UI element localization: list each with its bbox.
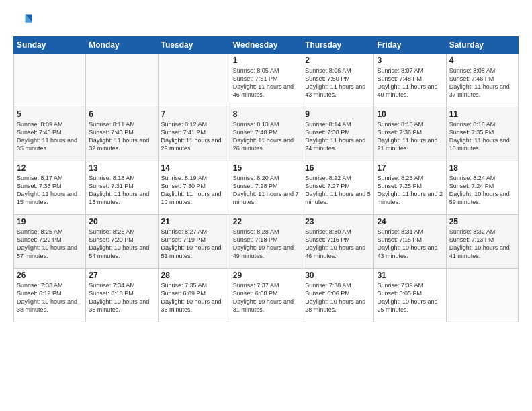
cell-text: Sunrise: 7:39 AM Sunset: 6:05 PM Dayligh… [377,281,443,314]
day-number: 27 [89,271,154,280]
weekday-row: SundayMondayTuesdayWednesdayThursdayFrid… [14,37,519,54]
calendar-cell: 30Sunrise: 7:38 AM Sunset: 6:06 PM Dayli… [302,269,374,322]
calendar-week-row: 12Sunrise: 8:17 AM Sunset: 7:33 PM Dayli… [14,161,519,215]
cell-text: Sunrise: 7:33 AM Sunset: 6:12 PM Dayligh… [17,281,83,314]
calendar-cell: 10Sunrise: 8:15 AM Sunset: 7:36 PM Dayli… [374,107,446,161]
cell-text: Sunrise: 8:08 AM Sunset: 7:46 PM Dayligh… [449,66,515,99]
calendar-week-row: 5Sunrise: 8:09 AM Sunset: 7:45 PM Daylig… [14,107,519,161]
cell-text: Sunrise: 8:15 AM Sunset: 7:36 PM Dayligh… [377,120,443,153]
calendar-cell: 12Sunrise: 8:17 AM Sunset: 7:33 PM Dayli… [14,161,86,215]
calendar-cell: 29Sunrise: 7:37 AM Sunset: 6:08 PM Dayli… [230,269,302,322]
calendar-cell: 26Sunrise: 7:33 AM Sunset: 6:12 PM Dayli… [14,269,86,322]
calendar-cell: 31Sunrise: 7:39 AM Sunset: 6:05 PM Dayli… [374,269,446,322]
calendar-cell: 8Sunrise: 8:13 AM Sunset: 7:40 PM Daylig… [230,107,302,161]
cell-text: Sunrise: 8:30 AM Sunset: 7:16 PM Dayligh… [305,228,371,261]
day-number: 26 [17,271,83,280]
page: SundayMondayTuesdayWednesdayThursdayFrid… [0,0,532,411]
logo-icon [13,12,32,31]
day-number: 7 [161,109,227,119]
cell-text: Sunrise: 8:06 AM Sunset: 7:50 PM Dayligh… [305,66,371,99]
calendar-cell [446,269,518,322]
calendar-cell: 18Sunrise: 8:24 AM Sunset: 7:24 PM Dayli… [446,161,518,215]
calendar-header: SundayMondayTuesdayWednesdayThursdayFrid… [14,37,519,54]
day-number: 13 [89,163,154,173]
calendar-cell: 5Sunrise: 8:09 AM Sunset: 7:45 PM Daylig… [14,107,86,161]
day-number: 9 [305,109,371,119]
day-number: 10 [377,109,443,119]
cell-text: Sunrise: 7:37 AM Sunset: 6:08 PM Dayligh… [233,281,299,314]
day-number: 16 [305,163,371,173]
cell-text: Sunrise: 8:32 AM Sunset: 7:13 PM Dayligh… [449,228,515,261]
weekday-header: Wednesday [230,37,302,54]
logo [13,12,35,31]
cell-text: Sunrise: 8:05 AM Sunset: 7:51 PM Dayligh… [233,66,299,99]
day-number: 6 [89,109,154,119]
calendar-week-row: 1Sunrise: 8:05 AM Sunset: 7:51 PM Daylig… [14,54,519,107]
calendar-cell: 23Sunrise: 8:30 AM Sunset: 7:16 PM Dayli… [302,215,374,269]
cell-text: Sunrise: 8:31 AM Sunset: 7:15 PM Dayligh… [377,228,443,261]
cell-text: Sunrise: 8:16 AM Sunset: 7:35 PM Dayligh… [449,120,515,153]
cell-text: Sunrise: 8:28 AM Sunset: 7:18 PM Dayligh… [233,228,299,261]
weekday-header: Friday [374,37,446,54]
calendar-cell: 24Sunrise: 8:31 AM Sunset: 7:15 PM Dayli… [374,215,446,269]
cell-text: Sunrise: 7:34 AM Sunset: 6:10 PM Dayligh… [89,281,154,314]
cell-text: Sunrise: 7:35 AM Sunset: 6:09 PM Dayligh… [161,281,227,314]
cell-text: Sunrise: 8:26 AM Sunset: 7:20 PM Dayligh… [89,228,154,261]
day-number: 19 [17,217,83,226]
calendar-cell: 3Sunrise: 8:07 AM Sunset: 7:48 PM Daylig… [374,54,446,107]
day-number: 15 [233,163,299,173]
calendar-week-row: 26Sunrise: 7:33 AM Sunset: 6:12 PM Dayli… [14,269,519,322]
day-number: 5 [17,109,83,119]
cell-text: Sunrise: 8:27 AM Sunset: 7:19 PM Dayligh… [161,228,227,261]
cell-text: Sunrise: 8:18 AM Sunset: 7:31 PM Dayligh… [89,174,154,207]
calendar-cell [86,54,158,107]
weekday-header: Thursday [302,37,374,54]
calendar-cell: 13Sunrise: 8:18 AM Sunset: 7:31 PM Dayli… [86,161,158,215]
calendar-cell: 11Sunrise: 8:16 AM Sunset: 7:35 PM Dayli… [446,107,518,161]
day-number: 14 [161,163,227,173]
cell-text: Sunrise: 8:23 AM Sunset: 7:25 PM Dayligh… [377,174,443,207]
cell-text: Sunrise: 8:22 AM Sunset: 7:27 PM Dayligh… [305,174,371,207]
calendar-cell: 7Sunrise: 8:12 AM Sunset: 7:41 PM Daylig… [158,107,230,161]
calendar-cell: 14Sunrise: 8:19 AM Sunset: 7:30 PM Dayli… [158,161,230,215]
day-number: 31 [377,271,443,280]
calendar-cell: 2Sunrise: 8:06 AM Sunset: 7:50 PM Daylig… [302,54,374,107]
day-number: 12 [17,163,83,173]
day-number: 17 [377,163,443,173]
calendar-cell: 17Sunrise: 8:23 AM Sunset: 7:25 PM Dayli… [374,161,446,215]
day-number: 30 [305,271,371,280]
cell-text: Sunrise: 8:20 AM Sunset: 7:28 PM Dayligh… [233,174,299,207]
cell-text: Sunrise: 8:24 AM Sunset: 7:24 PM Dayligh… [449,174,515,207]
weekday-header: Saturday [446,37,518,54]
day-number: 20 [89,217,154,226]
calendar-cell: 6Sunrise: 8:11 AM Sunset: 7:43 PM Daylig… [86,107,158,161]
calendar-cell: 19Sunrise: 8:25 AM Sunset: 7:22 PM Dayli… [14,215,86,269]
header [13,12,519,31]
calendar-body: 1Sunrise: 8:05 AM Sunset: 7:51 PM Daylig… [14,54,519,322]
cell-text: Sunrise: 8:17 AM Sunset: 7:33 PM Dayligh… [17,174,83,207]
day-number: 11 [449,109,515,119]
calendar-cell: 27Sunrise: 7:34 AM Sunset: 6:10 PM Dayli… [86,269,158,322]
calendar-cell: 4Sunrise: 8:08 AM Sunset: 7:46 PM Daylig… [446,54,518,107]
cell-text: Sunrise: 8:14 AM Sunset: 7:38 PM Dayligh… [305,120,371,153]
day-number: 25 [449,217,515,226]
cell-text: Sunrise: 8:07 AM Sunset: 7:48 PM Dayligh… [377,66,443,99]
calendar-table: SundayMondayTuesdayWednesdayThursdayFrid… [13,36,519,322]
calendar-cell: 22Sunrise: 8:28 AM Sunset: 7:18 PM Dayli… [230,215,302,269]
calendar-cell: 25Sunrise: 8:32 AM Sunset: 7:13 PM Dayli… [446,215,518,269]
day-number: 28 [161,271,227,280]
day-number: 18 [449,163,515,173]
cell-text: Sunrise: 7:38 AM Sunset: 6:06 PM Dayligh… [305,281,371,314]
day-number: 3 [377,56,443,65]
day-number: 22 [233,217,299,226]
day-number: 21 [161,217,227,226]
day-number: 4 [449,56,515,65]
cell-text: Sunrise: 8:19 AM Sunset: 7:30 PM Dayligh… [161,174,227,207]
day-number: 29 [233,271,299,280]
calendar-cell: 15Sunrise: 8:20 AM Sunset: 7:28 PM Dayli… [230,161,302,215]
calendar-cell: 9Sunrise: 8:14 AM Sunset: 7:38 PM Daylig… [302,107,374,161]
calendar-week-row: 19Sunrise: 8:25 AM Sunset: 7:22 PM Dayli… [14,215,519,269]
calendar-cell: 21Sunrise: 8:27 AM Sunset: 7:19 PM Dayli… [158,215,230,269]
cell-text: Sunrise: 8:09 AM Sunset: 7:45 PM Dayligh… [17,120,83,153]
calendar-cell: 1Sunrise: 8:05 AM Sunset: 7:51 PM Daylig… [230,54,302,107]
